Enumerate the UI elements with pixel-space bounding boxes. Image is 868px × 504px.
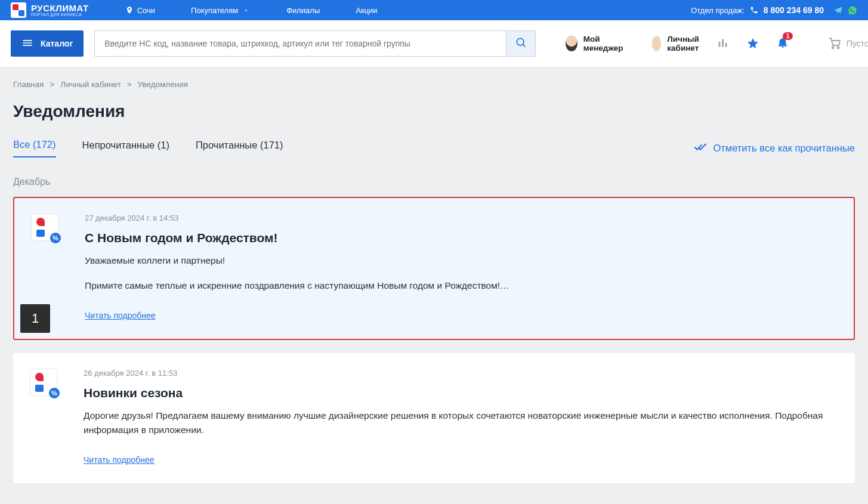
nav-promo[interactable]: Акции — [356, 5, 377, 15]
breadcrumb: Главная > Личный кабинет > Уведомления — [13, 80, 855, 89]
header-row: Каталог Мой менеджер Личный кабинет 1 Пу… — [0, 20, 868, 67]
account-label: Личный кабинет — [667, 35, 705, 52]
card-title: Новинки сезона — [84, 386, 838, 400]
annotation-tag: 1 — [20, 304, 50, 333]
catalog-button[interactable]: Каталог — [11, 30, 84, 57]
cart[interactable]: Пусто — [827, 36, 868, 52]
top-nav: Сочи Покупателям Филиалы Акции — [125, 5, 378, 15]
pin-icon — [125, 5, 134, 15]
card-logo-icon: % — [30, 369, 57, 396]
notifications-bell[interactable]: 1 — [776, 36, 789, 51]
percent-badge-icon: % — [50, 233, 61, 243]
phone-icon — [749, 5, 759, 15]
phone-number[interactable]: 8 800 234 69 80 — [764, 5, 824, 15]
cart-icon — [827, 36, 842, 52]
manager-label: Мой менеджер — [583, 35, 627, 52]
nav-promo-label: Акции — [356, 6, 377, 15]
svg-point-0 — [517, 38, 524, 45]
account[interactable]: Личный кабинет — [652, 35, 706, 52]
chevron-down-icon — [241, 5, 251, 15]
search-icon — [515, 36, 527, 51]
crumb-home[interactable]: Главная — [13, 80, 44, 89]
double-check-icon — [694, 141, 707, 156]
bell-badge: 1 — [783, 32, 793, 40]
percent-badge-icon: % — [49, 388, 60, 398]
crumb-sep: > — [127, 80, 132, 89]
hamburger-icon — [21, 37, 33, 51]
catalog-label: Каталог — [41, 39, 73, 48]
telegram-icon[interactable] — [833, 5, 843, 15]
svg-point-2 — [837, 47, 839, 48]
card-body: 27 декабря 2024 г. в 14:53 С Новым годом… — [85, 214, 837, 321]
page-title: Уведомления — [13, 102, 855, 121]
logo-title: РУСКЛИМАТ — [31, 4, 89, 13]
logo-text: РУСКЛИМАТ ПОРТАЛ ДЛЯ БИЗНЕСА — [31, 4, 89, 17]
tab-read[interactable]: Прочитанные (171) — [196, 140, 283, 157]
svg-point-1 — [832, 47, 833, 48]
read-more-link[interactable]: Читать подробнее — [84, 455, 155, 465]
crumb-account[interactable]: Личный кабинет — [60, 80, 121, 89]
my-manager[interactable]: Мой менеджер — [566, 35, 627, 52]
card-title: С Новым годом и Рождеством! — [85, 231, 837, 245]
topbar: РУСКЛИМАТ ПОРТАЛ ДЛЯ БИЗНЕСА Сочи Покупа… — [0, 0, 868, 20]
cart-label: Пусто — [847, 39, 868, 48]
card-text: Уважаемые коллеги и партнеры! — [85, 253, 837, 268]
city-name: Сочи — [137, 6, 155, 15]
whatsapp-icon[interactable] — [848, 5, 857, 15]
city-selector[interactable]: Сочи — [125, 5, 155, 15]
logo-icon — [11, 2, 26, 18]
card-logo-icon: % — [31, 214, 58, 241]
notification-card[interactable]: % 26 декабря 2024 г. в 11:53 Новинки сез… — [13, 353, 855, 483]
manager-avatar-icon — [566, 36, 577, 51]
card-date: 26 декабря 2024 г. в 11:53 — [84, 369, 838, 378]
search — [94, 30, 536, 57]
crumb-sep: > — [50, 80, 54, 89]
search-input[interactable] — [94, 30, 506, 57]
crumb-current: Уведомления — [138, 80, 188, 89]
tab-unread[interactable]: Непрочитанные (1) — [82, 140, 169, 157]
nav-buyers-label: Покупателям — [191, 6, 238, 15]
tabs: Все (172) Непрочитанные (1) Прочитанные … — [13, 139, 855, 157]
notification-card[interactable]: % 27 декабря 2024 г. в 14:53 С Новым год… — [13, 197, 855, 340]
search-button[interactable] — [506, 30, 536, 57]
logo-subtitle: ПОРТАЛ ДЛЯ БИЗНЕСА — [31, 13, 89, 17]
card-date: 27 декабря 2024 г. в 14:53 — [85, 214, 837, 222]
card-text: Дорогие друзья! Предлагаем вашему вниман… — [84, 409, 838, 437]
bell-icon — [776, 41, 789, 51]
read-more-link[interactable]: Читать подробнее — [85, 311, 156, 320]
tab-all[interactable]: Все (172) — [13, 139, 56, 157]
sales-contact: Отдел продаж: 8 800 234 69 80 — [691, 5, 857, 15]
nav-branches-label: Филиалы — [286, 6, 320, 15]
user-avatar-icon — [652, 36, 661, 51]
card-text: Примите самые теплые и искренние поздрав… — [85, 279, 837, 293]
card-body: 26 декабря 2024 г. в 11:53 Новинки сезон… — [84, 369, 838, 465]
month-label: Декабрь — [13, 177, 855, 187]
nav-buyers[interactable]: Покупателям — [191, 5, 251, 15]
mark-all-read[interactable]: Отметить все как прочитанные — [694, 141, 855, 156]
logo[interactable]: РУСКЛИМАТ ПОРТАЛ ДЛЯ БИЗНЕСА — [11, 2, 89, 18]
favorites-icon[interactable] — [746, 37, 759, 50]
sales-label: Отдел продаж: — [691, 6, 745, 15]
page-body: Главная > Личный кабинет > Уведомления У… — [0, 67, 868, 504]
nav-branches[interactable]: Филиалы — [286, 5, 320, 15]
mark-all-label: Отметить все как прочитанные — [713, 143, 855, 154]
stats-icon[interactable] — [716, 37, 730, 50]
